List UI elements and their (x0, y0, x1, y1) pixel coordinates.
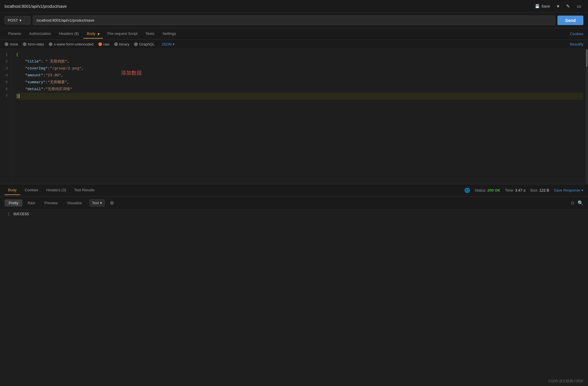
method-selector[interactable]: POST ▾ (5, 16, 31, 24)
tab-settings[interactable]: Settings (159, 29, 180, 39)
method-label: POST (8, 18, 18, 22)
response-tab-cookies[interactable]: Cookies (21, 186, 42, 195)
option-urlencoded[interactable]: x-www-form-urlencoded (49, 42, 94, 46)
footer: CSDN @互联网小阿祥 (544, 376, 588, 386)
code-line-2: "title": " 无骨鸡抓", (16, 58, 583, 65)
edit-button[interactable]: ✎ (564, 2, 572, 10)
globe-icon: 🌐 (464, 188, 470, 193)
format-raw[interactable]: Raw (24, 199, 39, 207)
body-options: none form-data x-www-form-urlencoded raw… (0, 40, 588, 49)
format-visualize[interactable]: Visualize (63, 199, 86, 207)
code-line-7: } (16, 93, 583, 100)
json-chevron: ▾ (173, 42, 175, 46)
tab-pre-request[interactable]: Pre-request Script (104, 29, 141, 39)
filter-icon-button[interactable]: ⚙ (106, 199, 118, 207)
tab-tests[interactable]: Tests (142, 29, 158, 39)
save-response-chevron: ▾ (581, 188, 583, 192)
tab-params[interactable]: Params (5, 29, 24, 39)
option-raw[interactable]: raw (98, 42, 110, 46)
page-title: localhost:8001/api/v1/product/save (5, 4, 67, 9)
size-label: Size: 122 B (530, 188, 549, 192)
send-button[interactable]: Send (557, 16, 583, 25)
response-format-row: Pretty Raw Preview Visualize Text ▾ ⚙ ⧉ … (0, 196, 588, 210)
radio-graphql (134, 42, 138, 46)
radio-binary (114, 42, 118, 46)
text-chevron: ▾ (100, 201, 102, 205)
code-line-4: "amount":"23.00", (16, 72, 583, 79)
json-type-selector[interactable]: JSON ▾ (161, 42, 175, 46)
code-editor[interactable]: 1 2 3 4 5 6 7 { "title": " 无骨鸡抓", "cover… (0, 49, 588, 184)
code-line-6: "detail":"无骨鸡爪详情" (16, 86, 583, 93)
status-label: Status: 200 OK (475, 188, 500, 192)
response-status: 🌐 Status: 200 OK Time: 3.47 s Size: 122 … (464, 188, 583, 193)
option-graphql[interactable]: GraphQL (134, 42, 154, 46)
code-line-1: { (16, 51, 583, 58)
response-tab-test-results[interactable]: Test Results (71, 186, 98, 195)
response-tab-headers[interactable]: Headers (3) (43, 186, 70, 195)
response-content: SUCCESS (13, 212, 29, 216)
url-bar: POST ▾ Send (0, 13, 588, 28)
option-form-data[interactable]: form-data (23, 42, 44, 46)
title-bar: localhost:8001/api/v1/product/save 💾 Sav… (0, 0, 588, 13)
tab-authorization[interactable]: Authorization (26, 29, 54, 39)
line-numbers: 1 2 3 4 5 6 7 (0, 49, 12, 184)
radio-none (5, 42, 8, 46)
tab-headers[interactable]: Headers (8) (56, 29, 82, 39)
footer-text: CSDN @互联网小阿祥 (548, 379, 583, 383)
url-input[interactable] (33, 16, 555, 25)
beautify-button[interactable]: Beautify (570, 42, 583, 46)
tab-body[interactable]: Body (83, 29, 103, 39)
response-body: 1 SUCCESS (0, 210, 588, 219)
save-button[interactable]: 💾 Save (533, 3, 552, 10)
format-preview[interactable]: Preview (40, 199, 62, 207)
code-line-3: "coverImg":"/group/2.png", (16, 65, 583, 72)
save-icon: 💾 (535, 4, 540, 8)
body-dot (98, 33, 99, 35)
code-content[interactable]: { "title": " 无骨鸡抓", "coverImg":"/group/2… (12, 49, 588, 184)
option-binary[interactable]: binary (114, 42, 129, 46)
format-actions: ⧉ 🔍 (571, 200, 583, 206)
method-chevron: ▾ (20, 18, 22, 22)
message-button[interactable]: ▭ (574, 2, 583, 10)
time-label: Time: 3.47 s (505, 188, 525, 192)
text-type-selector[interactable]: Text ▾ (89, 199, 105, 207)
response-tab-body[interactable]: Body (5, 186, 20, 195)
title-bar-actions: 💾 Save ▾ ✎ ▭ (533, 2, 583, 10)
search-icon[interactable]: 🔍 (578, 200, 583, 206)
scrollbar-thumb (586, 50, 588, 67)
radio-urlencoded (49, 42, 52, 46)
radio-raw (98, 42, 102, 46)
annotation-text: 添加数据 (121, 70, 142, 77)
editor-scrollbar[interactable] (586, 49, 588, 184)
code-line-5: "summary":"无骨概要", (16, 79, 583, 86)
chevron-down-button[interactable]: ▾ (555, 2, 561, 10)
response-line-numbers: 1 (5, 212, 13, 216)
save-response-button[interactable]: Save Response ▾ (554, 188, 583, 192)
copy-icon[interactable]: ⧉ (571, 200, 574, 206)
response-tabs: Body Cookies Headers (3) Test Results 🌐 … (0, 184, 588, 196)
cookies-link[interactable]: Cookies (570, 32, 583, 36)
request-tabs: Params Authorization Headers (8) Body Pr… (0, 28, 588, 40)
format-pretty[interactable]: Pretty (5, 199, 22, 207)
option-none[interactable]: none (5, 42, 18, 46)
radio-form-data (23, 42, 27, 46)
